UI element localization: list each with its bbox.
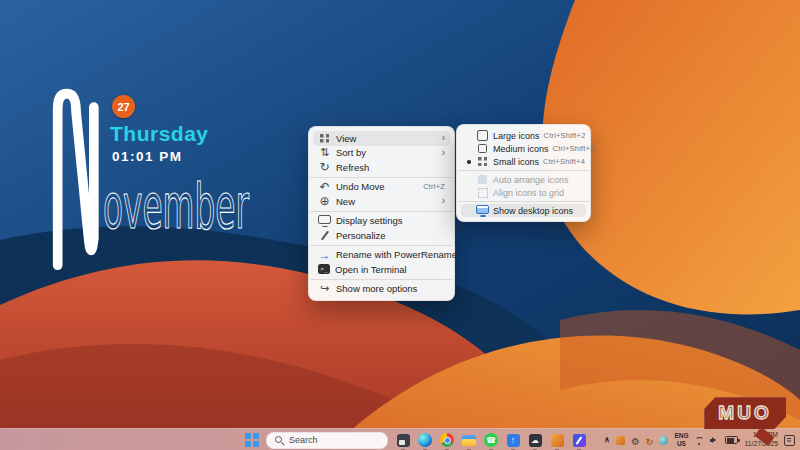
start-button[interactable] xyxy=(245,433,259,447)
menu-item-label: Large icons xyxy=(493,131,540,141)
new-icon xyxy=(318,195,331,207)
menu-separator xyxy=(458,170,589,171)
sync-icon[interactable] xyxy=(646,431,654,449)
blue-diagonal-app-icon xyxy=(573,434,586,447)
menu-item-label: Display settings xyxy=(336,215,445,226)
taskbar-app-orange[interactable] xyxy=(549,430,565,450)
small-icons-icon xyxy=(476,156,489,168)
taskbar-app-group: Search xyxy=(245,429,587,450)
menu-item-label: Small icons xyxy=(493,157,539,167)
menu-separator xyxy=(310,245,453,246)
selected-bullet xyxy=(466,189,472,196)
taskbar-app-dark-window[interactable] xyxy=(395,430,411,450)
menu-item-label: Undo Move xyxy=(336,181,418,192)
notification-icon[interactable] xyxy=(784,435,795,446)
menu-item-label: View xyxy=(336,133,437,144)
menu-item-display-settings[interactable]: Display settings › xyxy=(313,214,450,229)
language-indicator[interactable]: ENG US xyxy=(674,433,688,447)
chevron-right-icon: › xyxy=(442,148,445,158)
menu-item-label: New xyxy=(336,196,437,207)
taskbar-date: 11/27/2025 xyxy=(744,441,778,448)
display-icon xyxy=(318,215,331,227)
selected-bullet xyxy=(466,207,472,214)
menu-item-show-more-options[interactable]: Show more options › xyxy=(313,282,450,297)
hidden-icons-chevron[interactable] xyxy=(604,436,610,444)
volume-icon[interactable] xyxy=(710,436,719,445)
menu-item-rename-with-powerrename[interactable]: Rename with PowerRename › xyxy=(313,248,450,263)
powerrename-icon xyxy=(318,249,331,261)
globe-icon[interactable] xyxy=(659,436,668,445)
menu-item-align-icons-to-grid: Align icons to grid › xyxy=(461,186,586,199)
menu-item-small-icons[interactable]: Small icons Ctrl+Shift+4 › xyxy=(461,155,586,168)
menu-item-auto-arrange-icons: Auto arrange icons › xyxy=(461,173,586,186)
taskbar-app-file-explorer[interactable] xyxy=(461,430,477,450)
chevron-right-icon: › xyxy=(442,196,445,206)
menu-item-undo-move[interactable]: Undo Move Ctrl+Z › xyxy=(313,180,450,195)
refresh-icon xyxy=(318,161,331,173)
align-grid-icon xyxy=(476,187,489,199)
menu-item-sort-by[interactable]: Sort by › xyxy=(313,146,450,161)
more-options-icon xyxy=(318,283,331,295)
menu-item-view[interactable]: View › xyxy=(313,131,450,146)
menu-item-shortcut: Ctrl+Shift+2 xyxy=(544,131,586,140)
wifi-icon[interactable] xyxy=(694,436,704,445)
menu-item-open-in-terminal[interactable]: Open in Terminal › xyxy=(313,262,450,277)
tray-orange-app-icon[interactable] xyxy=(616,436,625,445)
menu-item-large-icons[interactable]: Large icons Ctrl+Shift+2 › xyxy=(461,129,586,142)
pinned-apps xyxy=(395,430,587,450)
taskbar-app-blue-up-arrow[interactable] xyxy=(505,430,521,450)
menu-item-label: Open in Terminal xyxy=(335,264,445,275)
taskbar-app-dark-cloud[interactable] xyxy=(527,430,543,450)
day-name: Thursday xyxy=(110,122,209,146)
menu-item-medium-icons[interactable]: Medium icons Ctrl+Shift+3 › xyxy=(461,142,586,155)
dark-window-icon xyxy=(397,434,410,447)
desktop-context-menu: View › Sort by › Refresh › Undo Move Ctr… xyxy=(308,126,455,301)
menu-item-label: Align icons to grid xyxy=(493,188,581,198)
personalize-icon xyxy=(318,229,331,241)
show-desktop-icon xyxy=(476,205,489,217)
auto-arrange-icon xyxy=(476,174,489,186)
menu-item-shortcut: Ctrl+Shift+4 xyxy=(543,157,585,166)
menu-item-label: Show desktop icons xyxy=(493,206,581,216)
menu-item-personalize[interactable]: Personalize › xyxy=(313,228,450,243)
edge-icon xyxy=(418,433,432,447)
selected-bullet xyxy=(466,158,472,165)
menu-item-refresh[interactable]: Refresh › xyxy=(313,160,450,175)
taskbar: Search xyxy=(0,428,800,450)
orange-app-icon xyxy=(551,434,564,447)
date-badge: 27 xyxy=(112,95,135,118)
muo-watermark-label: MUO xyxy=(718,402,771,424)
menu-item-shortcut: Ctrl+Z xyxy=(423,182,445,191)
view-submenu: Large icons Ctrl+Shift+2 › Medium icons … xyxy=(456,124,591,222)
menu-item-label: Rename with PowerRename xyxy=(336,249,457,260)
menu-item-new[interactable]: New › xyxy=(313,194,450,209)
menu-item-label: Show more options xyxy=(336,283,445,294)
menu-item-label: Refresh xyxy=(336,162,445,173)
taskbar-app-chrome[interactable] xyxy=(439,430,455,450)
chrome-icon xyxy=(440,433,454,447)
search-icon xyxy=(275,436,284,445)
sort-icon xyxy=(318,147,331,159)
search-input[interactable]: Search xyxy=(266,432,388,449)
search-placeholder: Search xyxy=(289,435,318,445)
battery-icon[interactable] xyxy=(725,436,738,444)
large-icons-icon xyxy=(476,130,489,142)
menu-separator xyxy=(310,211,453,212)
gear-icon[interactable] xyxy=(631,431,640,449)
menu-separator xyxy=(310,177,453,178)
taskbar-app-whatsapp[interactable] xyxy=(483,430,499,450)
widget-time: 01:01 PM xyxy=(112,149,183,164)
whatsapp-icon xyxy=(484,433,498,447)
menu-item-label: Medium icons xyxy=(493,144,549,154)
menu-separator xyxy=(458,201,589,202)
taskbar-app-blue-diagonal[interactable] xyxy=(571,430,587,450)
medium-icons-icon xyxy=(476,143,489,155)
chevron-right-icon: › xyxy=(442,133,445,143)
month-name: ovember xyxy=(102,180,252,232)
selected-bullet xyxy=(466,176,472,183)
svg-text:ovember: ovember xyxy=(103,180,249,232)
menu-item-show-desktop-icons[interactable]: Show desktop icons › xyxy=(461,204,586,217)
dark-cloud-icon xyxy=(529,434,542,447)
undo-icon xyxy=(318,181,331,193)
taskbar-app-edge[interactable] xyxy=(417,430,433,450)
